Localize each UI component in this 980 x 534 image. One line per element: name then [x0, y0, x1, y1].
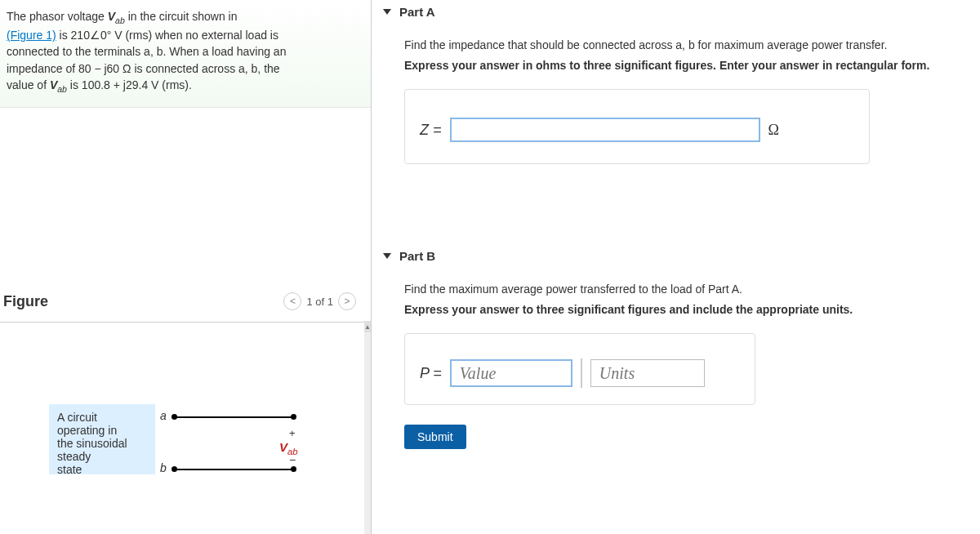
separator: [581, 358, 582, 388]
scroll-up-icon[interactable]: ▲: [364, 321, 371, 332]
text: is 210∠0° V (rms) when no external load …: [56, 29, 278, 42]
text: connected to the terminals a, b. When a …: [7, 45, 286, 58]
z-input[interactable]: [450, 118, 760, 142]
left-column: The phasor voltage Vab in the circuit sh…: [0, 0, 372, 534]
polarity-plus: +: [289, 427, 296, 439]
part-b-prompt: Find the maximum average power transferr…: [404, 281, 972, 298]
wire: [175, 469, 292, 470]
figure-page-indicator: 1 of 1: [306, 296, 333, 308]
vab-symbol: V: [108, 10, 115, 23]
wire: [175, 416, 292, 418]
part-b-section: Part B Find the maximum average power tr…: [372, 244, 980, 449]
text: steady: [57, 450, 91, 463]
text: is 100.8 + j29.4 V (rms).: [67, 78, 192, 91]
part-b-instructions: Express your answer to three significant…: [404, 301, 972, 318]
p-equals-label: P =: [420, 365, 442, 382]
polarity-minus: −: [289, 453, 296, 466]
right-column: Part A Find the impedance that should be…: [372, 0, 980, 534]
figure-header: Figure < 1 of 1 >: [0, 286, 371, 317]
text: state: [57, 463, 82, 476]
figure-title: Figure: [3, 293, 48, 310]
chevron-down-icon: [383, 253, 391, 259]
figure-prev-button[interactable]: <: [283, 292, 301, 310]
vab-symbol: V: [50, 78, 57, 91]
vab-sub: ab: [115, 16, 125, 25]
part-b-header[interactable]: Part B: [372, 244, 980, 268]
text: the sinusoidal: [57, 437, 127, 450]
text: operating in: [57, 424, 117, 437]
part-a-header[interactable]: Part A: [372, 0, 980, 24]
terminal-b-label: b: [160, 461, 167, 474]
text: value of: [7, 78, 50, 91]
terminal-a-label: a: [160, 409, 167, 422]
p-value-input[interactable]: [450, 359, 572, 387]
text: A circuit: [57, 411, 97, 424]
figure-body: ▲ A circuit operating in the sinusoidal …: [0, 323, 371, 534]
circuit-source-box: A circuit operating in the sinusoidal st…: [49, 404, 155, 474]
part-b-title: Part B: [399, 249, 435, 263]
figure-pager: < 1 of 1 >: [283, 292, 356, 310]
part-a-prompt: Find the impedance that should be connec…: [404, 37, 972, 54]
figure-next-button[interactable]: >: [338, 292, 356, 310]
part-a-title: Part A: [399, 5, 435, 19]
chevron-down-icon: [383, 9, 391, 15]
figure-link[interactable]: (Figure 1): [7, 29, 56, 42]
part-b-answer-box: P =: [404, 333, 755, 405]
ohm-unit: Ω: [768, 122, 779, 139]
part-a-answer-box: Z = Ω: [404, 89, 870, 164]
part-b-body: Find the maximum average power transferr…: [372, 268, 980, 413]
z-equals-label: Z =: [420, 122, 442, 139]
p-units-input[interactable]: [590, 359, 705, 387]
part-a-instructions: Express your answer in ohms to three sig…: [404, 57, 972, 74]
vab-sub: ab: [57, 84, 67, 94]
text: impedance of 80 − j60 Ω is connected acr…: [7, 62, 280, 75]
figure-section: Figure < 1 of 1 > ▲ A circuit operating …: [0, 286, 371, 534]
text: in the circuit shown in: [125, 10, 238, 23]
part-a-body: Find the impedance that should be connec…: [372, 24, 980, 172]
submit-button[interactable]: Submit: [404, 425, 466, 449]
problem-statement: The phasor voltage Vab in the circuit sh…: [0, 0, 371, 108]
text: The phasor voltage: [7, 10, 108, 23]
